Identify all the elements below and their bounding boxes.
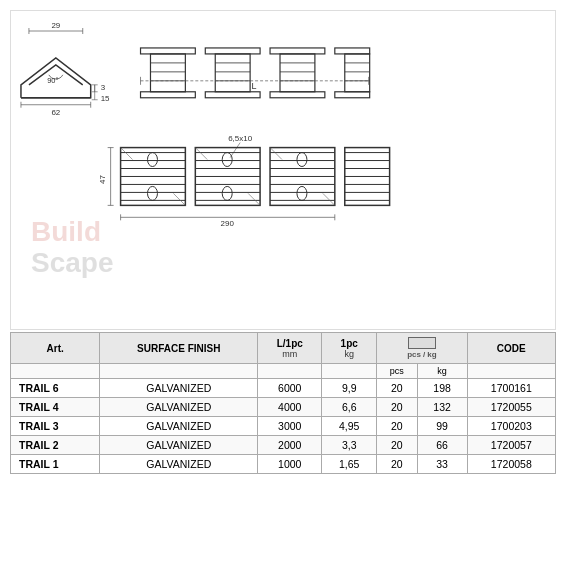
cell-code: 1720055 [467, 398, 555, 417]
svg-rect-23 [205, 48, 260, 54]
cell-code: 1700203 [467, 417, 555, 436]
svg-text:29: 29 [51, 21, 60, 30]
svg-text:47: 47 [98, 174, 107, 183]
cell-l1pc: 3000 [258, 417, 322, 436]
cell-art: TRAIL 4 [11, 398, 100, 417]
cell-finish: GALVANIZED [100, 379, 258, 398]
svg-point-56 [147, 186, 157, 200]
cell-art: TRAIL 2 [11, 436, 100, 455]
col-header-pallet: pcs / kg [377, 333, 467, 364]
product-table: Art. SURFACE FINISH L/1pc mm 1pc kg pcs [10, 332, 556, 474]
col-header-1pc: 1pc kg [322, 333, 377, 364]
cell-pcs: 20 [377, 436, 417, 455]
technical-drawing: 29 90° 3 15 62 [11, 11, 555, 329]
table-row: TRAIL 3 GALVANIZED 3000 4,95 20 99 17002… [11, 417, 556, 436]
table-row: TRAIL 6 GALVANIZED 6000 9,9 20 198 17001… [11, 379, 556, 398]
svg-rect-37 [335, 92, 370, 98]
cell-art: TRAIL 6 [11, 379, 100, 398]
cell-l1pc: 6000 [258, 379, 322, 398]
col-header-code: CODE [467, 333, 555, 364]
svg-rect-35 [335, 48, 370, 54]
cell-pallet-kg: 33 [417, 455, 467, 474]
cell-pcs: 20 [377, 417, 417, 436]
svg-line-58 [173, 193, 185, 205]
svg-point-80 [297, 186, 307, 200]
svg-point-55 [147, 153, 157, 167]
svg-text:L: L [252, 81, 257, 91]
cell-finish: GALVANIZED [100, 436, 258, 455]
svg-line-81 [270, 148, 282, 160]
cell-kg: 3,3 [322, 436, 377, 455]
svg-text:290: 290 [221, 219, 235, 228]
cell-pallet-kg: 99 [417, 417, 467, 436]
cell-code: 1700161 [467, 379, 555, 398]
cell-l1pc: 2000 [258, 436, 322, 455]
cell-kg: 4,95 [322, 417, 377, 436]
table-row: TRAIL 1 GALVANIZED 1000 1,65 20 33 17200… [11, 455, 556, 474]
cell-kg: 1,65 [322, 455, 377, 474]
svg-rect-30 [280, 54, 315, 92]
svg-rect-19 [141, 92, 196, 98]
cell-art: TRAIL 3 [11, 417, 100, 436]
cell-finish: GALVANIZED [100, 417, 258, 436]
table-row: TRAIL 4 GALVANIZED 4000 6,6 20 132 17200… [11, 398, 556, 417]
svg-text:62: 62 [51, 108, 60, 117]
svg-rect-36 [345, 54, 370, 92]
col-header-surface: SURFACE FINISH [100, 333, 258, 364]
cell-pallet-kg: 66 [417, 436, 467, 455]
cell-finish: GALVANIZED [100, 398, 258, 417]
svg-text:6,5x10: 6,5x10 [228, 134, 252, 143]
svg-rect-29 [270, 48, 325, 54]
cell-pcs: 20 [377, 398, 417, 417]
cell-kg: 9,9 [322, 379, 377, 398]
svg-rect-24 [215, 54, 250, 92]
svg-line-57 [121, 148, 133, 160]
svg-line-69 [195, 148, 207, 160]
cell-code: 1720057 [467, 436, 555, 455]
drawing-area: 29 90° 3 15 62 [10, 10, 556, 330]
col-header-l1pc: L/1pc mm [258, 333, 322, 364]
cell-finish: GALVANIZED [100, 455, 258, 474]
svg-rect-31 [270, 92, 325, 98]
svg-text:3: 3 [101, 83, 106, 92]
svg-text:90°: 90° [47, 76, 58, 85]
svg-point-79 [297, 153, 307, 167]
svg-point-67 [222, 153, 232, 167]
col-header-art: Art. [11, 333, 100, 364]
svg-line-82 [323, 193, 335, 205]
page-container: 29 90° 3 15 62 [0, 0, 566, 566]
cell-pallet-kg: 132 [417, 398, 467, 417]
cell-code: 1720058 [467, 455, 555, 474]
cell-pallet-kg: 198 [417, 379, 467, 398]
table-row: TRAIL 2 GALVANIZED 2000 3,3 20 66 172005… [11, 436, 556, 455]
svg-rect-18 [150, 54, 185, 92]
cell-pcs: 20 [377, 455, 417, 474]
cell-l1pc: 1000 [258, 455, 322, 474]
svg-rect-17 [141, 48, 196, 54]
svg-line-70 [248, 193, 260, 205]
cell-l1pc: 4000 [258, 398, 322, 417]
svg-point-68 [222, 186, 232, 200]
cell-art: TRAIL 1 [11, 455, 100, 474]
cell-kg: 6,6 [322, 398, 377, 417]
svg-rect-25 [205, 92, 260, 98]
svg-text:15: 15 [101, 94, 110, 103]
cell-pcs: 20 [377, 379, 417, 398]
